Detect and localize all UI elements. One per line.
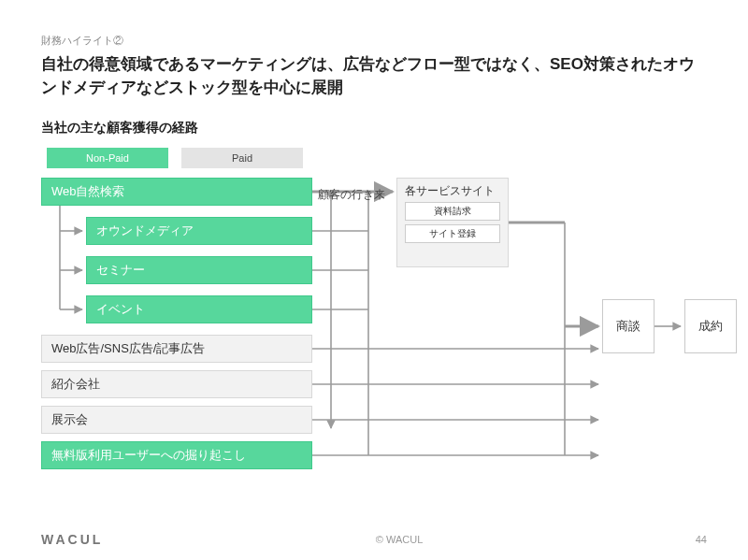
footer: WACUL © WACUL 44 (0, 532, 748, 547)
section-heading: 当社の主な顧客獲得の経路 (41, 120, 707, 136)
page-number: 44 (696, 534, 707, 545)
kicker: 財務ハイライト② (41, 34, 707, 48)
funnel-shodan: 商談 (602, 299, 654, 353)
flow-diagram: 顧客の行き来 Web自然検索 オウンドメディア セミナー イベント Web広告/… (41, 178, 707, 495)
page-title: 自社の得意領域であるマーケティングは、広告などフロー型ではなく、SEO対策された… (41, 53, 707, 99)
channel-expo: 展示会 (41, 406, 312, 434)
channel-seminar: セミナー (86, 256, 312, 284)
logo: WACUL (41, 532, 103, 547)
copyright: © WACUL (376, 534, 423, 545)
service-doc-request: 資料請求 (405, 202, 500, 221)
channel-referral: 紹介会社 (41, 370, 312, 398)
service-site-header: 各サービスサイト (405, 184, 500, 197)
channel-free-users: 無料版利用ユーザーへの掘り起こし (41, 441, 312, 469)
channel-ads: Web広告/SNS広告/記事広告 (41, 335, 312, 363)
channel-owned-media: オウンドメディア (86, 217, 312, 245)
service-site-register: サイト登録 (405, 224, 500, 243)
legend-nonpaid: Non-Paid (47, 148, 168, 168)
flow-bidir-label: 顧客の行き来 (318, 187, 385, 203)
funnel-seiyaku: 成約 (684, 299, 737, 353)
legend-paid: Paid (181, 148, 303, 168)
legend: Non-Paid Paid (47, 148, 707, 168)
service-site-box: 各サービスサイト 資料請求 サイト登録 (396, 178, 509, 267)
channel-web-search: Web自然検索 (41, 178, 312, 206)
channel-event: イベント (86, 295, 312, 323)
